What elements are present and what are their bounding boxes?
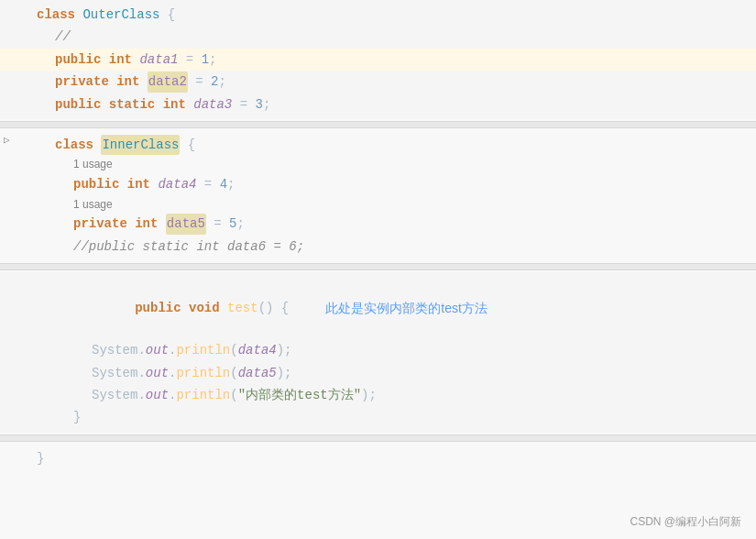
field-data3: data3 <box>193 94 232 115</box>
code-line-close-class: } <box>0 447 756 469</box>
field-data1: data1 <box>139 50 178 70</box>
code-line-data1: public int data1 = 1; <box>0 49 756 71</box>
class-innerclass: InnerClass <box>101 135 180 155</box>
code-line-innerclass: class InnerClass { <box>0 134 756 156</box>
watermark: CSDN @编程小白阿新 <box>630 514 741 530</box>
annotation-chinese: 此处是实例内部类的test方法 <box>325 298 488 318</box>
code-line-data3: public static int data3 = 3; <box>0 94 756 116</box>
code-line-data4: public int data4 = 4; <box>0 173 756 195</box>
code-line: class OuterClass { <box>0 4 756 26</box>
code-line-println-string: System.out.println("内部类的test方法"); <box>0 384 756 406</box>
code-line-comment: // <box>0 26 756 48</box>
code-line-close-method: } <box>0 406 756 428</box>
code-line-println-data4: System.out.println(data4); <box>0 339 756 361</box>
usage-hint-data5: 1 usage <box>0 196 756 214</box>
field-data2: data2 <box>148 72 188 92</box>
code-line-data5: private int data5 = 5; <box>0 213 756 235</box>
section-divider <box>0 121 756 128</box>
code-line-test-method: public void test() { 此处是实例内部类的test方法 <box>0 276 756 339</box>
section-divider-3 <box>0 434 756 442</box>
method-test: test <box>227 301 258 315</box>
code-line-data2: private int data2 = 2; <box>0 71 756 93</box>
section-divider-2 <box>0 263 756 270</box>
field-data4: data4 <box>158 174 196 194</box>
code-editor: class OuterClass { // public int data1 =… <box>0 0 756 539</box>
keyword-class: class <box>37 5 82 25</box>
usage-hint-data4: 1 usage <box>0 156 756 173</box>
code-line-comment-data6: //public static int data6 = 6; <box>0 236 756 258</box>
class-outerclass: OuterClass <box>82 5 159 25</box>
field-data5: data5 <box>166 214 206 234</box>
code-line-println-data5: System.out.println(data5); <box>0 362 756 384</box>
